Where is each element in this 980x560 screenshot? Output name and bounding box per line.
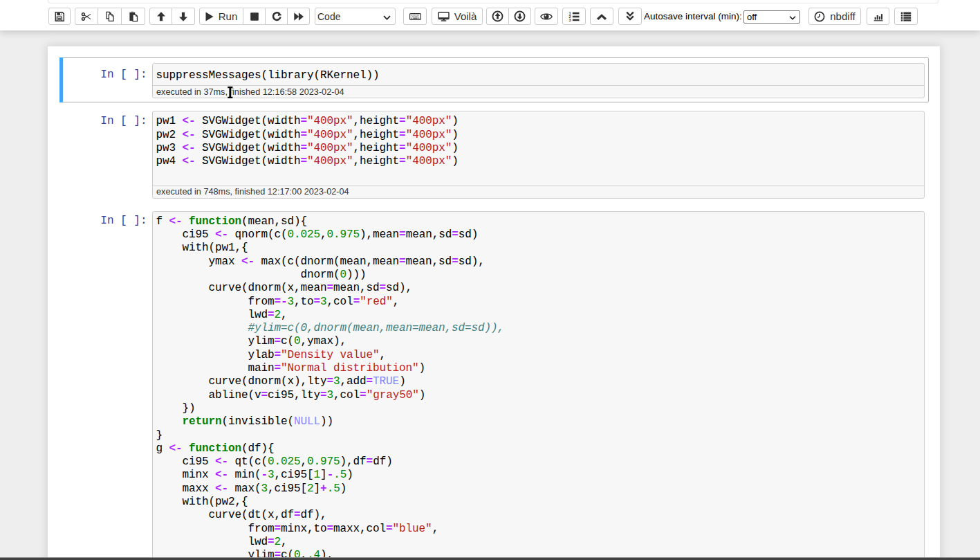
svg-text:3: 3 bbox=[568, 18, 571, 22]
